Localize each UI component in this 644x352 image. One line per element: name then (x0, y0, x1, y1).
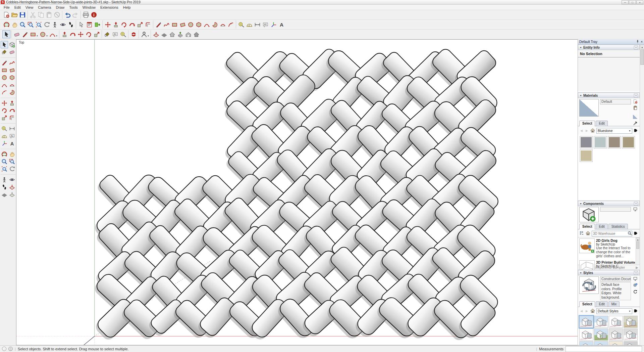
orbit-icon[interactable] (2, 20, 10, 29)
push-pull-icon[interactable] (8, 99, 16, 107)
push-pull-icon[interactable] (112, 20, 120, 29)
2-point-arc-icon[interactable] (219, 20, 227, 29)
next-page-icon[interactable]: ▶ (636, 266, 638, 269)
materials-tab-edit[interactable]: Edit (596, 121, 607, 126)
styles-tab-mix[interactable]: Mix (608, 301, 620, 307)
freehand-icon[interactable] (162, 20, 170, 29)
orbit-icon[interactable] (1, 150, 8, 158)
rectangle-icon[interactable] (1, 67, 8, 74)
styles-tab-edit[interactable]: Edit (596, 301, 607, 307)
eraser-icon[interactable] (8, 48, 16, 56)
new-file-icon[interactable] (2, 11, 10, 19)
scroll-up-icon[interactable]: ▲ (640, 45, 644, 49)
model-viewport[interactable] (16, 40, 578, 345)
styles-header[interactable]: ▼ Styles × (578, 270, 640, 275)
look-around-icon[interactable] (59, 20, 67, 29)
scale-icon[interactable] (93, 30, 101, 38)
arc-icon[interactable] (48, 30, 56, 38)
arc-icon[interactable] (1, 81, 8, 89)
back-material-swatch[interactable] (633, 115, 638, 119)
walk-icon[interactable] (1, 183, 8, 191)
paint-bucket-icon[interactable] (1, 48, 8, 56)
menu-window[interactable]: Window (80, 5, 98, 10)
materials-header[interactable]: ▼ Materials × (578, 93, 640, 98)
search-icon[interactable] (628, 231, 632, 236)
paint-bucket-icon[interactable] (103, 30, 111, 38)
offset-icon[interactable] (144, 20, 152, 29)
components-tab-statistics[interactable]: Statistics (608, 224, 628, 229)
line-icon[interactable] (21, 30, 29, 38)
close-components-button[interactable]: × (634, 202, 638, 206)
circle-icon[interactable] (39, 30, 47, 38)
select-icon[interactable] (2, 30, 10, 38)
component-result-0[interactable]: 2D Girls Dogby SketchUpUse the Interact … (578, 237, 636, 259)
menu-help[interactable]: Help (121, 5, 133, 10)
section-fill-icon[interactable] (160, 30, 168, 38)
polygon-icon[interactable] (8, 74, 16, 81)
follow-me-icon[interactable] (128, 20, 136, 29)
section-fill-icon[interactable] (1, 191, 8, 198)
details-arrow-button[interactable] (633, 308, 638, 314)
select-icon[interactable] (1, 41, 8, 48)
secondary-pane-button[interactable] (633, 276, 638, 282)
text-icon[interactable]: A1 (111, 30, 119, 38)
in-model-home-button[interactable] (590, 128, 595, 134)
in-model-components-button[interactable] (585, 230, 591, 236)
materials-collection-dropdown[interactable]: Bluestone ▼ (596, 128, 632, 134)
rectangle-icon[interactable] (29, 30, 37, 38)
components-scrollbar[interactable]: ▲ (636, 237, 640, 265)
axes-icon[interactable] (1, 140, 8, 147)
material-name-field[interactable]: Default (600, 99, 631, 104)
component-result-1[interactable]: 3D Printer Build Volumeby SketchUp C (578, 259, 636, 270)
tape-measure-icon[interactable] (1, 125, 8, 132)
line-icon[interactable] (154, 20, 162, 29)
maximize-button[interactable]: □ (629, 0, 636, 4)
pie-icon[interactable] (211, 20, 219, 29)
3-point-arc-icon[interactable] (1, 89, 8, 96)
model-canvas[interactable]: Top (16, 39, 578, 345)
polygon-icon[interactable] (195, 20, 203, 29)
close-materials-button[interactable]: × (634, 94, 638, 97)
pan-icon[interactable] (10, 20, 18, 29)
rotate-icon[interactable] (85, 30, 93, 38)
zoom-window-icon[interactable] (26, 20, 35, 29)
model-info-icon[interactable]: i (90, 11, 98, 19)
3d-text-icon[interactable]: A (8, 140, 16, 147)
export-model-icon[interactable] (93, 20, 101, 29)
style-thumbnail-0[interactable] (579, 316, 593, 328)
circle-icon[interactable] (1, 74, 8, 81)
scale-icon[interactable] (1, 114, 8, 122)
forward-button[interactable]: ▶ (585, 129, 589, 132)
style-thumbnail-6[interactable] (609, 328, 623, 341)
style-thumbnail-11[interactable] (624, 341, 638, 345)
menu-draw[interactable]: Draw (53, 5, 67, 10)
components-tab-select[interactable]: Select (579, 224, 595, 229)
update-style-button[interactable] (633, 289, 638, 295)
move-icon[interactable] (76, 30, 85, 38)
style-thumbnail-4[interactable] (579, 328, 593, 341)
text-icon[interactable]: A1 (8, 132, 16, 140)
measurements-input[interactable] (566, 346, 642, 352)
materials-tab-select[interactable]: Select (579, 121, 595, 126)
zoom-extents-icon[interactable] (35, 20, 43, 29)
set-default-material-button[interactable] (633, 105, 638, 111)
zoom-previous-icon[interactable] (8, 165, 16, 173)
details-arrow-button[interactable] (633, 231, 638, 236)
close-tray-button[interactable]: × (641, 40, 643, 44)
details-arrow-button[interactable] (633, 128, 638, 134)
dimensions-icon[interactable] (8, 125, 16, 132)
style-thumbnail-8[interactable] (579, 341, 593, 345)
section-plane-icon[interactable] (8, 183, 16, 191)
style-thumbnail-10[interactable] (609, 341, 623, 345)
get-models-icon[interactable] (168, 30, 176, 38)
scale-icon[interactable] (136, 20, 144, 29)
components-search-input[interactable] (592, 232, 628, 235)
save-file-icon[interactable] (18, 11, 26, 19)
secondary-pane-button[interactable] (633, 207, 638, 212)
extension-warehouse-icon[interactable] (192, 30, 200, 38)
geolocation-status-icon[interactable]: ◌ (2, 347, 6, 351)
tape-measure-icon[interactable] (237, 20, 245, 29)
copy-icon[interactable] (37, 11, 45, 19)
2-point-arc-icon[interactable] (8, 81, 16, 89)
eraser-icon[interactable] (13, 30, 21, 38)
